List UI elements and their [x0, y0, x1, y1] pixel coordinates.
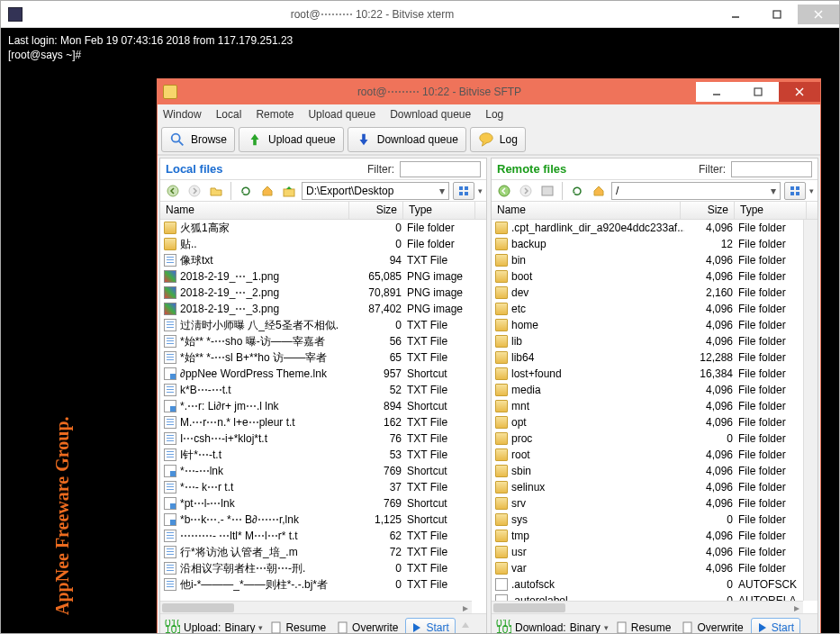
remote-col-type[interactable]: Type — [735, 202, 807, 219]
file-row[interactable]: .autorelabel0AUTORELA — [492, 593, 817, 601]
local-path-input[interactable]: D:\Export\Desktop▾ — [302, 182, 449, 200]
toolbar-log-button[interactable]: Log — [470, 127, 526, 152]
file-row[interactable]: 行*将访池 认管者_培_.m72TXT File — [160, 544, 486, 560]
file-row[interactable]: *⋯-⋯lnk769Shortcut — [160, 463, 486, 479]
local-explorer-button[interactable] — [207, 182, 225, 200]
toolbar-browse-button[interactable]: Browse — [161, 127, 235, 152]
remote-col-size[interactable]: Size — [681, 202, 735, 219]
download-mode[interactable]: Binary — [570, 621, 601, 634]
file-row[interactable]: *始** *-⋯sho 曝-访——宰嘉者56TXT File — [160, 333, 486, 349]
file-row[interactable]: 火狐1高家0File folder — [160, 220, 486, 236]
file-row[interactable]: 2018-2-19_⋯_2.png70,891PNG image — [160, 285, 486, 301]
file-row[interactable]: *始** *-⋯sl B+**ho 访——宰者65TXT File — [160, 349, 486, 366]
file-row[interactable]: lib4,096File folder — [492, 333, 817, 349]
upload-start-button[interactable]: Start — [405, 618, 455, 634]
local-refresh-button[interactable] — [237, 182, 255, 200]
file-row[interactable]: k*B⋯-⋯t.t52TXT File — [160, 382, 486, 398]
download-start-button[interactable]: Start — [751, 618, 800, 634]
remote-scroll-v[interactable] — [803, 220, 817, 601]
file-row[interactable]: ∂ppNee WordPress Theme.lnk957Shortcut — [160, 366, 486, 382]
remote-file-list: Name Size Type .cpt_hardlink_dir_a920e4d… — [492, 202, 817, 613]
local-col-name[interactable]: Name — [160, 202, 349, 219]
upload-overwrite-button[interactable]: Overwrite — [333, 620, 402, 634]
menu-window[interactable]: Window — [163, 108, 202, 121]
toolbar-upload-queue-button[interactable]: Upload queue — [239, 127, 344, 152]
menu-log[interactable]: Log — [485, 108, 503, 121]
file-row[interactable]: 2018-2-19_⋯_3.png87,402PNG image — [160, 301, 486, 317]
file-row[interactable]: proc0File folder — [492, 430, 817, 447]
local-col-type[interactable]: Type — [403, 202, 475, 219]
remote-forward-button[interactable] — [517, 182, 535, 200]
upload-resume-button[interactable]: Resume — [266, 620, 330, 634]
file-row[interactable]: home4,096File folder — [492, 317, 817, 333]
local-scroll-h[interactable]: ▸ — [160, 601, 472, 613]
remote-col-name[interactable]: Name — [492, 202, 681, 219]
xterm-maximize-button[interactable] — [756, 5, 798, 24]
menu-download-queue[interactable]: Download queue — [390, 108, 471, 121]
file-row[interactable]: 像球txt94TXT File — [160, 252, 486, 268]
file-row[interactable]: ⋯⋯⋯- ⋯ltl* M⋯l⋯r* t.t62TXT File — [160, 528, 486, 544]
local-view-selector[interactable] — [453, 182, 474, 200]
sftp-maximize-button[interactable] — [737, 82, 779, 102]
file-row[interactable]: *b⋯k⋯.- *⋯ B∂⋯⋯r,lnk1,125Shortcut — [160, 512, 486, 528]
file-row[interactable]: opt4,096File folder — [492, 414, 817, 430]
file-row[interactable]: 他i-*———_*——则柱*-.-.bj*者0TXT File — [160, 576, 486, 593]
file-name: *pt⋯l-⋯lnk — [180, 497, 235, 510]
xterm-minimize-button[interactable] — [715, 5, 756, 24]
file-row[interactable]: backup12File folder — [492, 236, 817, 252]
file-row[interactable]: selinux4,096File folder — [492, 479, 817, 495]
remote-path-input[interactable]: /▾ — [611, 182, 781, 200]
sftp-minimize-button[interactable] — [696, 82, 737, 102]
file-row[interactable]: media4,096File folder — [492, 382, 817, 398]
file-row[interactable]: boot4,096File folder — [492, 268, 817, 285]
menu-upload-queue[interactable]: Upload queue — [308, 108, 375, 121]
file-row[interactable]: *.⋯r: Li∂r+ jm⋯.l lnk894Shortcut — [160, 398, 486, 414]
file-row[interactable]: srv4,096File folder — [492, 495, 817, 512]
file-row[interactable]: 过淸时小师曝 八_经5圣者不相似.0TXT File — [160, 317, 486, 333]
local-up-button[interactable] — [280, 182, 298, 200]
file-row[interactable]: dev2,160File folder — [492, 285, 817, 301]
file-row[interactable]: *pt⋯l-⋯lnk769Shortcut — [160, 495, 486, 512]
remote-back-button[interactable] — [495, 182, 513, 200]
upload-mode[interactable]: Binary — [224, 621, 255, 634]
file-row[interactable]: 2018-2-19_⋯_1.png65,085PNG image — [160, 268, 486, 285]
local-home-button[interactable] — [258, 182, 276, 200]
remote-filter-input[interactable] — [731, 161, 812, 177]
remote-view-selector[interactable] — [784, 182, 806, 200]
local-forward-button[interactable] — [185, 182, 203, 200]
file-row[interactable]: root4,096File folder — [492, 447, 817, 463]
local-back-button[interactable] — [164, 182, 182, 200]
remote-scroll-h[interactable]: ▸ — [492, 601, 803, 613]
file-row[interactable]: tmp4,096File folder — [492, 528, 817, 544]
file-row[interactable]: sbin4,096File folder — [492, 463, 817, 479]
file-row[interactable]: 贴..0File folder — [160, 236, 486, 252]
file-row[interactable]: mnt4,096File folder — [492, 398, 817, 414]
local-filter-input[interactable] — [400, 161, 481, 177]
file-row[interactable]: .cpt_hardlink_dir_a920e4ddc233af...4,096… — [492, 220, 817, 236]
remote-terminal-button[interactable] — [538, 182, 556, 200]
file-row[interactable]: *⋯- k⋯r t.t37TXT File — [160, 479, 486, 495]
file-row[interactable]: 沿相议字朝者柱⋯朝⋯-刑.0TXT File — [160, 560, 486, 576]
file-row[interactable]: .autofsck0AUTOFSCK — [492, 576, 817, 593]
local-col-size[interactable]: Size — [349, 202, 403, 219]
menu-remote[interactable]: Remote — [256, 108, 294, 121]
remote-home-button[interactable] — [590, 182, 608, 200]
file-row[interactable]: lib6412,288File folder — [492, 349, 817, 366]
toolbar-download-queue-button[interactable]: Download queue — [348, 127, 466, 152]
file-row[interactable]: bin4,096File folder — [492, 252, 817, 268]
sftp-close-button[interactable] — [779, 82, 820, 102]
file-row[interactable]: I针*⋯-t.t53TXT File — [160, 447, 486, 463]
menu-local[interactable]: Local — [216, 108, 242, 121]
download-overwrite-button[interactable]: Overwrite — [678, 620, 746, 634]
xterm-body[interactable]: Last login: Mon Feb 19 07:43:16 2018 fro… — [1, 28, 839, 633]
xterm-close-button[interactable] — [798, 5, 839, 24]
file-row[interactable]: usr4,096File folder — [492, 544, 817, 560]
file-row[interactable]: etc4,096File folder — [492, 301, 817, 317]
file-row[interactable]: lost+found16,384File folder — [492, 366, 817, 382]
remote-refresh-button[interactable] — [568, 182, 586, 200]
file-row[interactable]: M.⋯r⋯n.* l+e⋯pleur t.t162TXT File — [160, 414, 486, 430]
file-row[interactable]: var4,096File folder — [492, 560, 817, 576]
download-resume-button[interactable]: Resume — [612, 620, 675, 634]
file-row[interactable]: I⋯csh⋯-i+*kloj*t.t76TXT File — [160, 430, 486, 447]
file-row[interactable]: sys0File folder — [492, 512, 817, 528]
